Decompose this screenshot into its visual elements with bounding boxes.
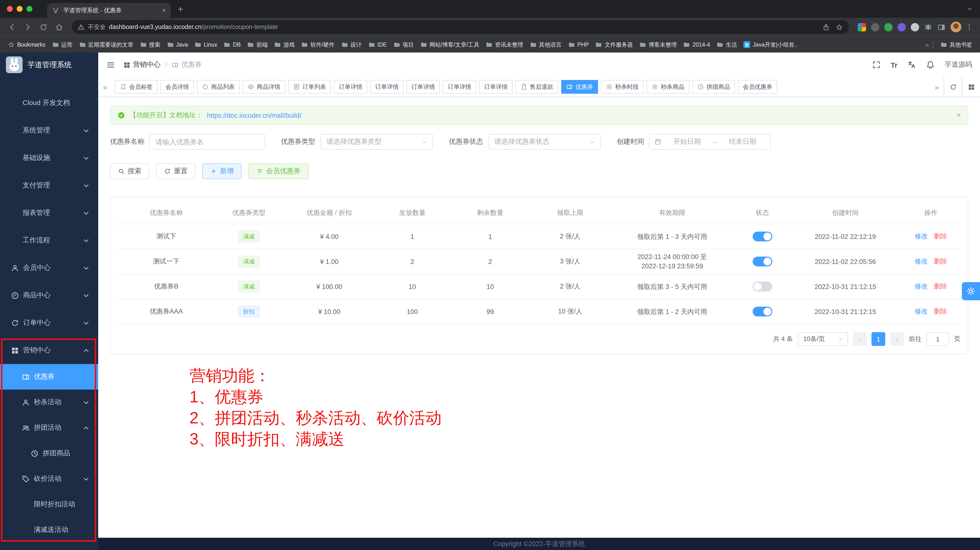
other-bookmarks[interactable]: 其他书签	[937, 40, 975, 50]
sidebar-item-workflow[interactable]: 工作流程	[0, 227, 98, 254]
bookmark-folder[interactable]: 近期需要读的文章	[76, 40, 136, 50]
tab-order-detail[interactable]: 订单详情	[370, 80, 404, 94]
current-user[interactable]: 芋道源码	[945, 60, 972, 69]
add-button[interactable]: 新增	[202, 163, 242, 179]
reload-button[interactable]	[37, 20, 50, 34]
sidebar-item-seckill[interactable]: 秒杀活动	[0, 390, 98, 415]
coupon-type-select[interactable]: 请选择优惠券类型	[320, 134, 433, 150]
bookmark-folder[interactable]: IDE	[365, 40, 390, 49]
sidebar-item-report[interactable]: 报表管理	[0, 199, 98, 227]
share-icon[interactable]	[822, 23, 830, 31]
font-size-icon[interactable]: Tr	[891, 60, 897, 69]
fullscreen-icon[interactable]	[872, 60, 881, 69]
search-button[interactable]: 搜索	[110, 163, 149, 179]
bookmark-folder[interactable]: 搜索	[137, 40, 163, 50]
bookmark-star-icon[interactable]	[836, 23, 843, 31]
bookmark-folder[interactable]: PHP	[565, 40, 592, 49]
sidebar-item-product-center[interactable]: 商品中心	[0, 282, 98, 309]
bookmark-folder[interactable]: 网站/博客/文章/工具	[417, 40, 482, 50]
extension-icon[interactable]	[884, 23, 892, 31]
tabs-menu-button[interactable]	[962, 77, 980, 97]
tab-groupon-product[interactable]: 拼团商品	[692, 80, 735, 94]
banner-doc-link[interactable]: https://doc.iocoder.cn/mall/build/	[207, 112, 301, 119]
bookmark-folder[interactable]: 设计	[338, 40, 364, 50]
extension-icon[interactable]	[911, 23, 919, 31]
bookmark-folder[interactable]: 生活	[714, 40, 740, 50]
status-toggle[interactable]	[752, 231, 772, 241]
sidebar-collapse-icon[interactable]	[106, 60, 115, 70]
tab-member-tag[interactable]: 会员标签	[115, 80, 158, 94]
edit-link[interactable]: 修改	[915, 307, 928, 315]
sidebar-item-groupon-product[interactable]: 拼团商品	[0, 441, 98, 466]
sidebar-item-time-discount[interactable]: 限时折扣活动	[0, 491, 98, 517]
home-button[interactable]	[52, 20, 66, 34]
prev-page-button[interactable]: ‹	[853, 332, 867, 346]
bell-icon[interactable]	[926, 60, 935, 69]
tab-close-icon[interactable]: ×	[162, 7, 166, 14]
browser-menu-icon[interactable]	[965, 23, 973, 31]
theme-settings-button[interactable]	[962, 282, 980, 300]
extensions-puzzle-icon[interactable]	[924, 23, 932, 31]
goto-page-input[interactable]	[926, 332, 949, 346]
tab-order-detail[interactable]: 订单详情	[407, 80, 440, 94]
new-tab-button[interactable]: +	[178, 4, 183, 13]
status-toggle[interactable]	[752, 307, 772, 317]
tab-coupon[interactable]: 优惠券	[561, 80, 598, 94]
sidebar-item-pay[interactable]: 支付管理	[0, 172, 98, 199]
tab-order-list[interactable]: 订单列表	[288, 80, 331, 94]
tab-order-detail[interactable]: 订单详情	[334, 80, 367, 94]
edit-link[interactable]: 修改	[915, 233, 928, 240]
banner-close-icon[interactable]: ×	[956, 111, 961, 119]
close-window-button[interactable]	[7, 6, 13, 12]
tabs-scroll-left[interactable]: «	[98, 83, 112, 91]
delete-link[interactable]: 删除	[934, 307, 947, 315]
bookmark-folder[interactable]: 博客未整理	[636, 40, 680, 50]
page-size-select[interactable]: 10条/页	[798, 332, 848, 346]
bookmark-folder[interactable]: 前端	[244, 40, 271, 50]
sidebar-item-cloud-docs[interactable]: Cloud 开发文档	[0, 89, 98, 117]
current-page-button[interactable]: 1	[872, 332, 885, 346]
status-toggle[interactable]	[752, 257, 772, 266]
edit-link[interactable]: 修改	[915, 283, 928, 290]
translate-icon[interactable]	[907, 60, 916, 69]
tab-search-icon[interactable]	[966, 5, 973, 12]
bookmarks-overflow-icon[interactable]: »	[926, 41, 929, 48]
delete-link[interactable]: 删除	[934, 283, 947, 290]
sidebar-item-infra[interactable]: 基础设施	[0, 144, 98, 172]
edit-link[interactable]: 修改	[915, 258, 928, 265]
bookmark-folder[interactable]: 文件服务器	[592, 40, 636, 50]
back-button[interactable]	[5, 20, 19, 34]
tab-member-detail[interactable]: 会员详情	[161, 80, 194, 94]
status-toggle[interactable]	[752, 282, 772, 292]
extension-icon[interactable]	[858, 23, 866, 31]
tab-seckill-time[interactable]: 秒杀时段	[601, 80, 644, 94]
profile-avatar[interactable]	[951, 22, 961, 32]
sidebar-item-coupon[interactable]: 优惠券	[0, 364, 98, 390]
bookmark-folder[interactable]: 软件/硬件	[298, 40, 337, 50]
tab-order-detail[interactable]: 订单详情	[443, 80, 476, 94]
bookmark-folder[interactable]: Java	[164, 40, 191, 49]
delete-link[interactable]: 删除	[934, 258, 947, 265]
coupon-name-input[interactable]	[149, 134, 265, 150]
tab-product-list[interactable]: 商品列表	[197, 80, 240, 94]
minimize-window-button[interactable]	[17, 6, 22, 12]
bookmark-folder[interactable]: 资讯未整理	[483, 40, 527, 50]
date-range-picker[interactable]: 开始日期 – 结束日期	[649, 134, 771, 150]
bookmark-folder[interactable]: Linux	[191, 40, 220, 49]
tab-product-detail[interactable]: 商品详情	[243, 80, 285, 94]
breadcrumb-marketing[interactable]: 营销中心	[123, 60, 161, 69]
tabs-refresh-button[interactable]	[943, 77, 962, 97]
bookmark-folder[interactable]: 游戏	[271, 40, 298, 50]
bookmarks-root[interactable]: Bookmarks	[5, 40, 48, 49]
reset-button[interactable]: 重置	[156, 163, 196, 179]
zoom-window-button[interactable]	[27, 6, 32, 12]
bookmark-item[interactable]: BJava开发|小组首..	[741, 40, 800, 50]
coupon-status-select[interactable]: 请选择优惠券状态	[488, 134, 601, 150]
split-view-icon[interactable]	[937, 23, 946, 31]
delete-link[interactable]: 删除	[934, 233, 947, 240]
sidebar-item-system[interactable]: 系统管理	[0, 117, 98, 144]
bookmark-folder[interactable]: 运营	[49, 40, 75, 50]
bookmark-folder[interactable]: 其他语言	[527, 40, 565, 50]
tab-after-sale[interactable]: 售后退款	[515, 80, 558, 94]
bookmark-folder[interactable]: 项目	[390, 40, 417, 50]
